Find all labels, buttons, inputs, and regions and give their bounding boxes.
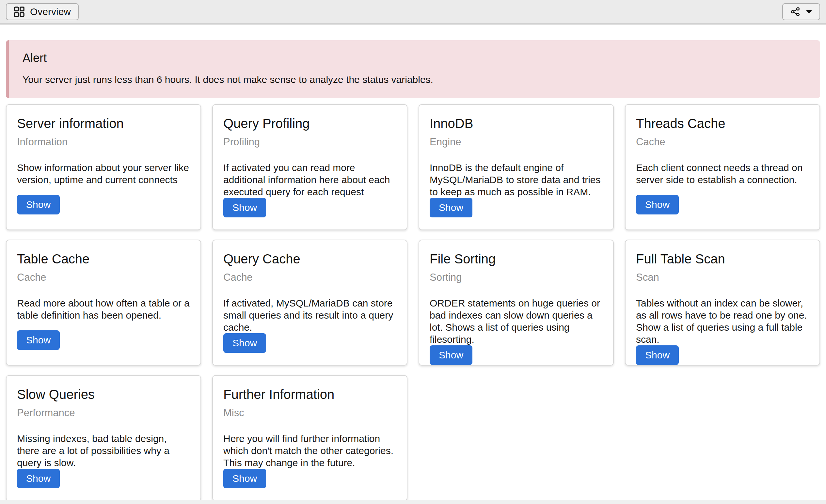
show-button[interactable]: Show xyxy=(430,198,472,217)
card-description: Show information about your server like … xyxy=(17,162,190,186)
card-subtitle: Misc xyxy=(223,407,244,419)
show-button[interactable]: Show xyxy=(636,345,679,365)
card-title: InnoDB xyxy=(430,116,473,131)
grid-icon xyxy=(14,6,25,17)
card-title: Full Table Scan xyxy=(636,251,725,266)
card-subtitle: Cache xyxy=(223,271,253,284)
overview-button[interactable]: Overview xyxy=(6,3,79,20)
card: Slow Queries Performance Missing indexes… xyxy=(6,375,201,501)
show-button[interactable]: Show xyxy=(17,469,60,488)
card-title: Query Cache xyxy=(223,251,300,266)
card-subtitle: Engine xyxy=(430,136,461,148)
card-subtitle: Information xyxy=(17,136,68,148)
alert-message: Your server just runs less than 6 hours.… xyxy=(22,74,807,85)
card-subtitle: Profiling xyxy=(223,136,260,148)
card: Server information Information Show info… xyxy=(6,104,201,230)
card-subtitle: Sorting xyxy=(430,271,462,284)
card-description: InnoDB is the default engine of MySQL/Ma… xyxy=(430,162,603,198)
overview-label: Overview xyxy=(30,6,71,17)
bottom-strip xyxy=(0,500,826,504)
card-subtitle: Scan xyxy=(636,271,659,284)
show-button[interactable]: Show xyxy=(223,469,266,488)
show-button[interactable]: Show xyxy=(17,330,60,350)
card: Threads Cache Cache Each client connect … xyxy=(625,104,820,230)
show-button[interactable]: Show xyxy=(223,333,266,353)
card-description: If activated, MySQL/MariaDB can store sm… xyxy=(223,297,396,333)
show-button[interactable]: Show xyxy=(636,195,679,214)
card-title: Query Profiling xyxy=(223,116,310,131)
card-title: File Sorting xyxy=(430,251,495,266)
card-title: Table Cache xyxy=(17,251,90,266)
caret-down-icon xyxy=(806,10,812,14)
show-button[interactable]: Show xyxy=(223,198,266,217)
show-button[interactable]: Show xyxy=(430,345,472,365)
card-subtitle: Cache xyxy=(636,136,665,148)
card-description: Tables without an index can be slower, a… xyxy=(636,297,809,345)
card-description: Each client connect needs a thread on se… xyxy=(636,162,809,186)
card-title: Threads Cache xyxy=(636,116,725,131)
card-subtitle: Cache xyxy=(17,271,46,284)
card-description: Missing indexes, bad table design, there… xyxy=(17,433,190,469)
card-description: ORDER statements on huge queries or bad … xyxy=(430,297,603,345)
topbar: Overview xyxy=(0,0,826,24)
card-description: Here you will find further information w… xyxy=(223,433,396,469)
card: InnoDB Engine InnoDB is the default engi… xyxy=(419,104,614,230)
card-subtitle: Performance xyxy=(17,407,75,419)
card-description: Read more about how often a table or a t… xyxy=(17,297,190,321)
card: Query Cache Cache If activated, MySQL/Ma… xyxy=(212,240,407,366)
show-button[interactable]: Show xyxy=(17,195,60,214)
alert-title: Alert xyxy=(22,51,807,65)
alert-banner: Alert Your server just runs less than 6 … xyxy=(6,40,820,98)
card: File Sorting Sorting ORDER statements on… xyxy=(419,240,614,366)
card-title: Further Information xyxy=(223,387,334,402)
card: Full Table Scan Scan Tables without an i… xyxy=(625,240,820,366)
card-title: Slow Queries xyxy=(17,387,95,402)
share-button[interactable] xyxy=(782,3,820,20)
card-description: If activated you can read more additiona… xyxy=(223,162,396,198)
card-title: Server information xyxy=(17,116,124,131)
card: Further Information Misc Here you will f… xyxy=(212,375,407,501)
card: Table Cache Cache Read more about how of… xyxy=(6,240,201,366)
card: Query Profiling Profiling If activated y… xyxy=(212,104,407,230)
card-grid: Server information Information Show info… xyxy=(0,104,826,501)
share-nodes-icon xyxy=(790,6,801,17)
